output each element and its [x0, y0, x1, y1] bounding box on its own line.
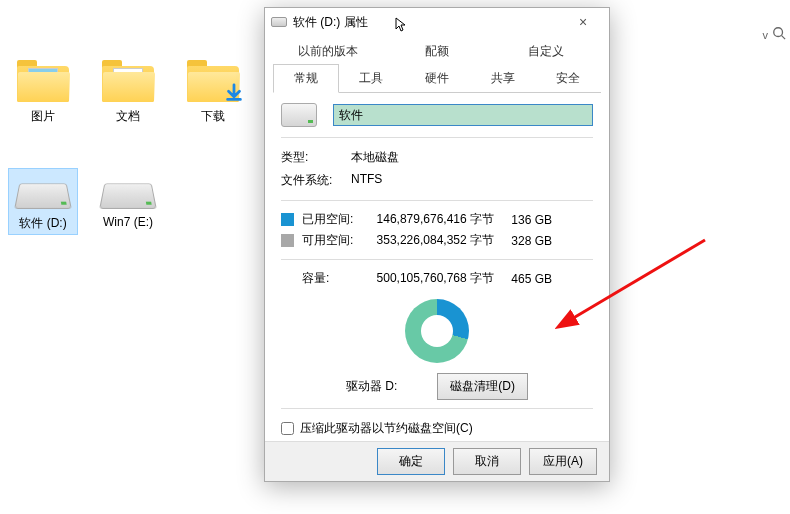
pie-chart-area [281, 289, 593, 373]
tab-tools[interactable]: 工具 [339, 64, 405, 92]
tab-security[interactable]: 安全 [535, 64, 601, 92]
tab-hardware[interactable]: 硬件 [404, 64, 470, 92]
svg-point-0 [774, 28, 783, 37]
filesystem-label: 文件系统: [281, 172, 351, 189]
type-label: 类型: [281, 149, 351, 166]
disk-cleanup-button[interactable]: 磁盘清理(D) [437, 373, 528, 400]
view-dropdown-chevron[interactable]: v [763, 29, 769, 41]
free-color-icon [281, 234, 294, 247]
drive-d[interactable]: 软件 (D:) [8, 168, 78, 235]
used-bytes: 146,879,676,416 字节 [364, 211, 494, 228]
volume-name-input[interactable] [333, 104, 593, 126]
explorer-items-area: 图片 文档 下载 软件 (D:) Win7 (E:) [0, 35, 255, 235]
drive-label: 软件 (D:) [19, 215, 66, 232]
tab-general[interactable]: 常规 [273, 64, 339, 93]
separator [281, 137, 593, 138]
folder-documents[interactable]: 文档 [93, 55, 163, 128]
folder-downloads[interactable]: 下载 [178, 55, 248, 128]
capacity-label: 容量: [302, 270, 356, 287]
drive-large-icon [281, 103, 317, 127]
tab-previous-versions[interactable]: 以前的版本 [273, 38, 382, 64]
used-color-icon [281, 213, 294, 226]
folder-pictures[interactable]: 图片 [8, 55, 78, 128]
separator [281, 200, 593, 201]
free-bytes: 353,226,084,352 字节 [364, 232, 494, 249]
svg-line-1 [782, 36, 786, 40]
apply-button[interactable]: 应用(A) [529, 448, 597, 475]
free-space-row: 可用空间: 353,226,084,352 字节 328 GB [281, 230, 593, 251]
type-value: 本地磁盘 [351, 149, 399, 166]
used-space-row: 已用空间: 146,879,676,416 字节 136 GB [281, 209, 593, 230]
drive-e[interactable]: Win7 (E:) [93, 168, 163, 235]
compress-label: 压缩此驱动器以节约磁盘空间(C) [300, 420, 473, 437]
drive-icon [15, 171, 71, 209]
folder-label: 下载 [201, 108, 225, 125]
drive-d-label: 驱动器 D: [346, 378, 397, 395]
tabs-row-lower: 常规 工具 硬件 共享 安全 [273, 64, 601, 93]
usage-pie-chart [405, 299, 469, 363]
compress-checkbox-row[interactable]: 压缩此驱动器以节约磁盘空间(C) [281, 417, 593, 440]
properties-dialog: 软件 (D:) 属性 × 以前的版本 配额 自定义 常规 工具 硬件 共享 安全… [264, 7, 610, 482]
folder-label: 文档 [116, 108, 140, 125]
folder-icon [15, 58, 71, 102]
tab-sharing[interactable]: 共享 [470, 64, 536, 92]
general-tab-content: 类型: 本地磁盘 文件系统: NTFS 已用空间: 146,879,676,41… [265, 93, 609, 473]
explorer-view-controls: v [763, 26, 787, 43]
separator [281, 408, 593, 409]
drive-label: Win7 (E:) [103, 215, 153, 229]
tabs-row-upper: 以前的版本 配额 自定义 [273, 38, 601, 64]
close-button[interactable]: × [563, 14, 603, 30]
dialog-titlebar[interactable]: 软件 (D:) 属性 × [265, 8, 609, 36]
folder-icon [185, 58, 241, 102]
dialog-title: 软件 (D:) 属性 [293, 14, 563, 31]
tab-customize[interactable]: 自定义 [492, 38, 601, 64]
drive-small-icon [271, 17, 287, 27]
compress-checkbox[interactable] [281, 422, 294, 435]
ok-button[interactable]: 确定 [377, 448, 445, 475]
free-label: 可用空间: [302, 232, 356, 249]
separator [281, 259, 593, 260]
drive-icon [100, 171, 156, 209]
cancel-button[interactable]: 取消 [453, 448, 521, 475]
used-gb: 136 GB [502, 213, 552, 227]
capacity-gb: 465 GB [502, 272, 552, 286]
folder-icon [100, 58, 156, 102]
free-gb: 328 GB [502, 234, 552, 248]
folder-label: 图片 [31, 108, 55, 125]
filesystem-value: NTFS [351, 172, 382, 189]
capacity-row: 容量: 500,105,760,768 字节 465 GB [281, 268, 593, 289]
search-icon[interactable] [772, 26, 786, 43]
capacity-bytes: 500,105,760,768 字节 [364, 270, 494, 287]
dialog-footer: 确定 取消 应用(A) [265, 441, 609, 481]
download-arrow-icon [223, 82, 245, 104]
used-label: 已用空间: [302, 211, 356, 228]
tab-quota[interactable]: 配额 [382, 38, 491, 64]
